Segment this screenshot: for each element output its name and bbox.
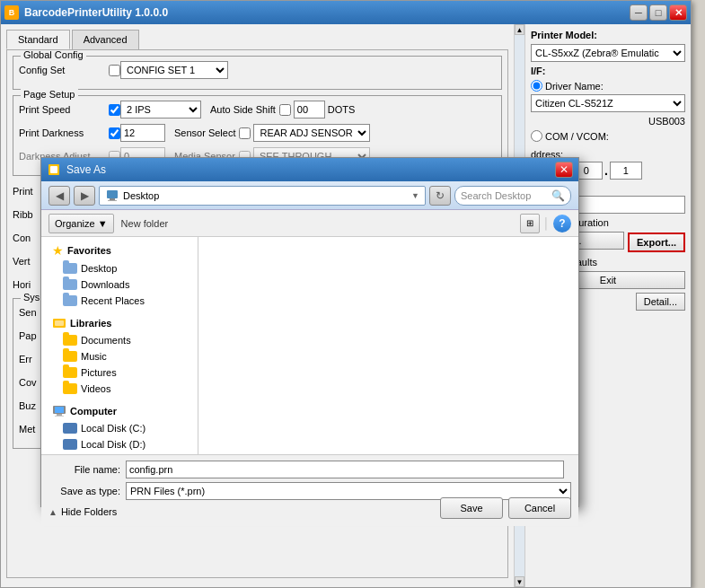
documents-folder-icon [63,335,77,346]
search-placeholder: Search Desktop [461,190,531,201]
dialog-body: ★ Favorites Desktop Downloads Recent Pla… [41,237,578,454]
address-text: Desktop [123,190,408,201]
local-disk-c-icon [63,423,77,434]
nav-music[interactable]: Music [45,348,194,364]
desktop-label: Desktop [81,263,117,274]
svg-rect-6 [55,320,64,326]
search-bar[interactable]: Search Desktop 🔍 [454,186,571,206]
nav-favorites-heading: ★ Favorites [45,241,194,260]
favorites-label: Favorites [67,245,111,256]
videos-folder-icon [63,383,77,394]
back-button[interactable]: ◀ [48,186,70,206]
help-button[interactable]: ? [553,215,571,233]
desktop-icon [105,189,119,203]
favorites-icon: ★ [52,243,64,258]
music-folder-icon [63,351,77,362]
recent-places-icon [63,295,77,306]
libraries-icon [52,317,66,329]
svg-rect-9 [57,414,62,416]
nav-recent-places[interactable]: Recent Places [45,293,194,309]
view-button[interactable]: ⊞ [520,214,540,233]
local-disk-c-label: Local Disk (C:) [81,423,145,434]
dialog-title: Save As [66,163,555,176]
svg-rect-10 [55,416,64,417]
refresh-button[interactable]: ↻ [429,186,451,206]
file-name-input[interactable] [126,461,564,478]
hide-folders-label: Hide Folders [61,506,117,517]
nav-libraries-heading: Libraries [45,314,194,332]
nav-local-disk-d[interactable]: Local Disk (D:) [45,436,194,452]
computer-label: Computer [70,406,117,417]
second-toolbar: Organize ▼ New folder ⊞ │ ? [41,210,578,237]
svg-rect-3 [110,198,115,200]
nav-downloads[interactable]: Downloads [45,276,194,293]
dialog-overlay: Save As ✕ ◀ ▶ Desktop ▼ ↻ Search Desktop… [0,0,705,588]
address-bar[interactable]: Desktop ▼ [99,186,426,206]
save-as-type-label: Save as type: [48,486,120,496]
desktop-folder-icon [63,263,77,274]
computer-icon [52,405,66,417]
save-as-dialog: Save As ✕ ◀ ▶ Desktop ▼ ↻ Search Desktop… [40,157,579,507]
recent-places-label: Recent Places [81,295,145,306]
dialog-icon [47,162,61,177]
svg-rect-2 [107,190,118,198]
dialog-buttons: Save Cancel [440,497,571,519]
nav-panel: ★ Favorites Desktop Downloads Recent Pla… [41,237,198,454]
nav-videos[interactable]: Videos [45,381,194,397]
svg-rect-1 [50,166,57,173]
file-name-row: File name: [48,461,571,478]
new-folder-button[interactable]: New folder [121,214,169,233]
file-name-label: File name: [48,464,120,475]
downloads-folder-icon [63,279,77,290]
local-disk-d-label: Local Disk (D:) [81,439,145,450]
hide-folders-row[interactable]: ▲ Hide Folders [48,506,117,517]
refresh-area: ↻ [429,186,451,206]
dialog-title-bar: Save As ✕ [41,158,578,181]
pictures-label: Pictures [81,367,117,378]
svg-rect-4 [108,200,117,201]
search-icon: 🔍 [551,189,565,202]
dialog-close-button[interactable]: ✕ [555,162,573,178]
nav-desktop[interactable]: Desktop [45,260,194,276]
nav-local-disk-c[interactable]: Local Disk (C:) [45,420,194,436]
main-file-panel [198,237,578,454]
nav-documents[interactable]: Documents [45,332,194,348]
downloads-label: Downloads [81,279,129,290]
music-label: Music [81,351,107,362]
toolbar-divider: │ [543,217,551,230]
nav-computer-heading: Computer [45,402,194,420]
videos-label: Videos [81,383,110,394]
dialog-bottom: File name: Save as type: PRN Files (*.pr… [41,454,578,526]
save-button[interactable]: Save [440,497,503,519]
documents-label: Documents [81,335,131,346]
nav-pictures[interactable]: Pictures [45,364,194,381]
cancel-button[interactable]: Cancel [508,497,571,519]
local-disk-d-icon [63,439,77,450]
dialog-toolbar: ◀ ▶ Desktop ▼ ↻ Search Desktop 🔍 [41,181,578,210]
view-controls: ⊞ │ ? [520,214,572,233]
hide-folders-arrow: ▲ [48,507,57,517]
libraries-label: Libraries [70,318,111,329]
svg-rect-8 [55,407,64,413]
organize-button[interactable]: Organize ▼ [48,214,114,233]
address-dropdown-arrow[interactable]: ▼ [411,191,419,200]
forward-button[interactable]: ▶ [74,186,95,206]
pictures-folder-icon [63,367,77,378]
